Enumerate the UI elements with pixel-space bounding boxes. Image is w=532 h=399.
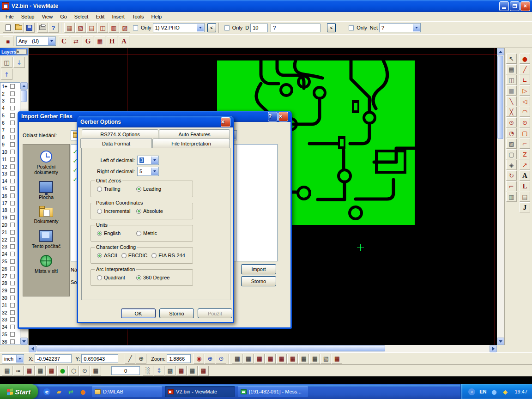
pattern-a-icon[interactable]: ▩ — [165, 366, 175, 376]
pin-table-icon[interactable]: ▦ — [276, 354, 287, 364]
layer-row[interactable]: 34 — [0, 323, 20, 331]
vector-tool-icon[interactable]: ↗ — [520, 160, 530, 170]
layers-panel-titlebar[interactable]: Layers × — [0, 48, 28, 55]
arc-tool-icon[interactable]: ◠ — [520, 107, 530, 117]
ok-button[interactable]: OK — [121, 308, 156, 318]
layer-row[interactable]: 18 — [0, 207, 20, 214]
draw-line-tool-icon[interactable]: ╱ — [520, 64, 530, 74]
aperture-table-icon[interactable]: ▦ — [298, 354, 309, 364]
crosshatch-tool-icon[interactable]: ╳ — [506, 107, 517, 117]
layer-row[interactable]: 24 — [0, 250, 20, 258]
zoom-field[interactable]: 1.8866 — [167, 354, 191, 363]
layer-visibility-checkbox[interactable] — [10, 121, 15, 125]
anchor-arrow-icon[interactable]: ↕ — [154, 366, 164, 376]
probe-icon[interactable]: ⊙ — [79, 366, 90, 376]
left-decimal-arrow-icon[interactable] — [151, 157, 158, 164]
origin-marker-icon[interactable]: ⊕ — [136, 354, 146, 364]
report-table-icon[interactable]: ▦ — [332, 354, 342, 364]
layers-scroll-up-icon[interactable] — [20, 82, 28, 90]
circle-outline-icon[interactable]: ○ — [68, 366, 79, 376]
any-filter-combo[interactable]: Any (U) — [16, 36, 56, 46]
tray-volume-icon[interactable]: ◆ — [500, 387, 510, 397]
layer-row[interactable]: 31 — [0, 302, 20, 309]
units-combo[interactable]: inch — [2, 354, 24, 363]
menu-insert[interactable]: Insert — [108, 13, 128, 20]
flash-pad-tool-icon[interactable]: ● — [520, 54, 530, 64]
view-table-icon[interactable]: ▤ — [506, 64, 517, 74]
layer-row[interactable]: 25 — [0, 258, 20, 265]
layer-row[interactable]: 5 — [0, 112, 20, 119]
layer-row[interactable]: 4 — [0, 104, 20, 112]
canvas-vertical-scrollbar[interactable] — [497, 48, 504, 345]
previous-layer-button[interactable]: < — [207, 23, 216, 32]
select-layer-icon[interactable]: ▤ — [86, 23, 97, 33]
hatch-fill-icon[interactable]: ▨ — [506, 139, 517, 149]
x-coordinate-field[interactable]: -0.942237 — [35, 354, 72, 363]
right-decimal-arrow-icon[interactable] — [151, 168, 158, 175]
layer-visibility-checkbox[interactable] — [10, 128, 15, 133]
rectangle-tool-icon[interactable]: ▢ — [520, 128, 530, 138]
hidden-icons-chevron[interactable]: ‹ — [466, 387, 477, 397]
checker-icon-1[interactable]: ▦ — [24, 366, 35, 376]
tab-rs274x-options[interactable]: RS274-X Options — [82, 129, 158, 139]
layer-row[interactable]: 29 — [0, 287, 20, 294]
select-trace-icon[interactable]: ▥ — [109, 23, 119, 33]
filled-square-tool-icon[interactable]: ■ — [506, 85, 517, 96]
any-combo-arrow-icon[interactable] — [48, 37, 55, 45]
layer-visibility-checkbox[interactable] — [10, 230, 15, 235]
layer-visibility-checkbox[interactable] — [10, 244, 15, 249]
pattern-c-icon[interactable]: ▦ — [187, 366, 198, 376]
select-pad-icon[interactable]: ◫ — [97, 23, 108, 33]
layer-combo[interactable]: 1) V2.PHO — [153, 23, 205, 32]
horizontal-scroll-thumb[interactable] — [36, 345, 385, 351]
right-of-decimal-combo[interactable]: 5 — [137, 167, 159, 176]
menu-help[interactable]: Help — [148, 13, 166, 20]
layer-row[interactable]: 7 — [0, 127, 20, 134]
taskbar-task[interactable]: D:\MLAB — [92, 386, 162, 397]
taskbar-task[interactable]: V2.bin - ViewMate — [165, 386, 235, 397]
grid-snap-icon[interactable]: ▦ — [95, 36, 105, 46]
net-combo-arrow-icon[interactable] — [413, 24, 420, 31]
tab-file-interpretation[interactable]: File Interpretation — [152, 139, 230, 148]
layers-scroll-thumb[interactable] — [21, 90, 27, 102]
dcode-filter-input[interactable]: ? — [271, 24, 320, 32]
diagonal-table-icon[interactable]: ▧ — [320, 354, 331, 364]
circle-tool-icon[interactable]: ⊙ — [520, 117, 530, 127]
layer-down-icon[interactable]: ↓ — [13, 57, 25, 68]
layer-visibility-checkbox[interactable] — [10, 332, 15, 337]
layer-visibility-checkbox[interactable] — [10, 339, 15, 344]
net-combo[interactable]: ? — [379, 23, 421, 32]
select-area-icon[interactable]: ▨ — [120, 23, 130, 33]
pattern-b-icon[interactable]: ▦ — [176, 366, 187, 376]
layer-visibility-checkbox[interactable] — [10, 237, 15, 242]
scroll-down-icon[interactable] — [497, 338, 504, 345]
layer-row[interactable]: 21 — [0, 229, 20, 236]
layer-row[interactable]: 13 — [0, 170, 20, 178]
triangle-left-tool-icon[interactable]: ◁ — [520, 96, 530, 106]
macro-table-icon[interactable]: ▦ — [309, 354, 320, 364]
layer-row[interactable]: 6 — [0, 119, 20, 127]
waveform-icon[interactable]: ≈ — [13, 366, 24, 376]
zoom-point-icon[interactable]: ◉ — [193, 354, 204, 364]
polyline-tool-icon[interactable]: ∟ — [520, 75, 530, 85]
arc-segment-icon[interactable]: ◔ — [506, 128, 517, 138]
options-icon[interactable]: ◈ — [506, 160, 517, 170]
pointer-tool-icon[interactable]: ↖ — [506, 54, 517, 64]
scroll-up-icon[interactable] — [497, 48, 504, 55]
sync-icon[interactable]: ⇄ — [66, 387, 76, 397]
layer-visibility-checkbox[interactable] — [10, 281, 15, 285]
layer-visibility-checkbox[interactable] — [10, 113, 15, 118]
layer-visibility-checkbox[interactable] — [10, 266, 15, 271]
layer-row[interactable]: 10 — [0, 148, 20, 156]
import-help-button[interactable]: ? — [268, 112, 278, 121]
apply-button[interactable]: Použít — [198, 308, 232, 318]
tab-data-format[interactable]: Data Format — [80, 138, 152, 148]
zigzag-tool-icon[interactable]: Z — [520, 149, 530, 159]
menu-go[interactable]: Go — [56, 13, 71, 20]
layer-row[interactable]: 22 — [0, 236, 20, 243]
layer-row[interactable]: 12 — [0, 163, 20, 170]
previous-dcode-button[interactable]: < — [327, 23, 336, 32]
scroll-left-icon[interactable] — [29, 345, 36, 352]
restore-button[interactable] — [510, 1, 520, 11]
import-cancel-button[interactable]: Storno — [241, 276, 276, 286]
